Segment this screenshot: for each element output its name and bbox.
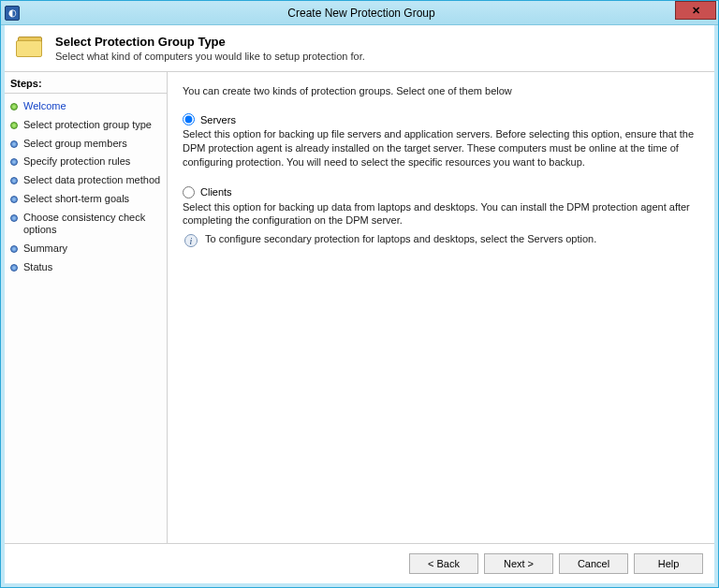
step-item[interactable]: Choose consistency check options	[5, 209, 167, 241]
clients-info-text: To configure secondary protection for la…	[205, 233, 596, 244]
wizard-window: ◐ Create New Protection Group ✕ Select P…	[0, 0, 719, 588]
back-button[interactable]: < Back	[409, 553, 478, 574]
step-bullet-icon	[10, 122, 18, 129]
main-panel: You can create two kinds of protection g…	[168, 72, 714, 543]
step-item[interactable]: Select group members	[5, 135, 167, 154]
steps-label: Steps:	[5, 76, 167, 94]
help-button[interactable]: Help	[634, 553, 703, 574]
page-title: Select Protection Group Type	[55, 35, 365, 49]
close-button[interactable]: ✕	[675, 1, 716, 20]
radio-servers-label[interactable]: Servers	[200, 114, 236, 125]
steps-sidebar: Steps: WelcomeSelect protection group ty…	[5, 72, 168, 543]
step-label: Select protection group type	[23, 119, 152, 132]
radio-clients-label[interactable]: Clients	[200, 186, 232, 198]
clients-description: Select this option for backing up data f…	[183, 200, 699, 228]
body: Steps: WelcomeSelect protection group ty…	[5, 72, 714, 543]
step-label: Status	[23, 261, 52, 274]
next-button[interactable]: Next >	[484, 553, 553, 574]
step-bullet-icon	[10, 177, 18, 184]
cancel-button[interactable]: Cancel	[559, 553, 628, 574]
radio-servers[interactable]	[183, 113, 195, 125]
option-clients: Clients Select this option for backing u…	[183, 186, 699, 248]
step-item[interactable]: Welcome	[5, 97, 167, 116]
window-content: Select Protection Group Type Select what…	[1, 25, 718, 587]
step-label: Welcome	[23, 100, 66, 113]
steps-list: WelcomeSelect protection group typeSelec…	[5, 94, 167, 277]
step-item[interactable]: Select protection group type	[5, 116, 167, 135]
servers-description: Select this option for backing up file s…	[183, 127, 699, 169]
step-bullet-icon	[10, 264, 18, 272]
step-label: Select short-term goals	[23, 193, 129, 206]
step-label: Summary	[23, 243, 67, 256]
window-title: Create New Protection Group	[5, 7, 718, 20]
step-bullet-icon	[10, 196, 18, 203]
step-item[interactable]: Summary	[5, 240, 167, 258]
step-label: Choose consistency check options	[23, 212, 161, 238]
radio-clients[interactable]	[183, 186, 195, 198]
step-label: Specify protection rules	[23, 155, 130, 169]
intro-text: You can create two kinds of protection g…	[183, 85, 699, 96]
folder-icon	[16, 35, 46, 59]
option-servers: Servers Select this option for backing u…	[183, 113, 699, 169]
page-subtitle: Select what kind of computers you would …	[55, 51, 365, 62]
step-bullet-icon	[10, 103, 18, 110]
info-icon: i	[184, 234, 198, 247]
clients-info-row: i To configure secondary protection for …	[183, 233, 699, 247]
step-bullet-icon	[10, 214, 18, 222]
footer: < Back Next > Cancel Help	[5, 543, 714, 583]
page-header: Select Protection Group Type Select what…	[5, 25, 714, 67]
step-item[interactable]: Specify protection rules	[5, 153, 167, 171]
step-bullet-icon	[10, 158, 18, 166]
step-label: Select group members	[23, 138, 127, 151]
step-bullet-icon	[10, 245, 18, 253]
step-bullet-icon	[10, 140, 18, 148]
step-item[interactable]: Status	[5, 258, 167, 277]
step-item[interactable]: Select short-term goals	[5, 190, 167, 209]
step-item[interactable]: Select data protection method	[5, 171, 167, 190]
step-label: Select data protection method	[23, 174, 160, 187]
titlebar: ◐ Create New Protection Group ✕	[1, 1, 718, 25]
